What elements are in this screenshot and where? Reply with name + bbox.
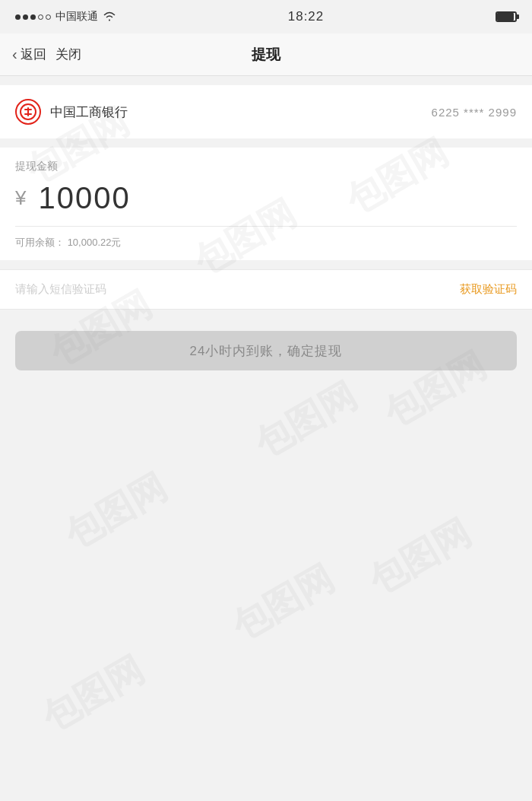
page-title: 提现 [252,45,280,65]
amount-label: 提现金额 [15,160,517,173]
carrier-label: 中国联通 [55,10,98,24]
signal-dot-5 [46,14,51,20]
status-right [496,11,517,22]
amount-input-row: ¥ 10000 [15,181,517,227]
battery-icon [496,11,517,22]
back-chevron-icon: ‹ [12,46,17,63]
nav-left: ‹ 返回 关闭 [12,46,81,63]
watermark-text-4: 包图网 [246,371,366,468]
confirm-withdraw-button[interactable]: 24小时内到账，确定提现 [15,331,517,370]
verification-input-placeholder[interactable]: 请输入短信验证码 [15,282,106,297]
verification-section: 请输入短信验证码 获取验证码 [0,269,532,310]
signal-dot-3 [30,14,36,20]
watermark-text-5: 包图网 [56,462,176,559]
amount-value[interactable]: 10000 [38,181,130,215]
svg-rect-3 [27,107,29,116]
signal-dot-1 [15,14,21,20]
signal-dot-4 [38,14,43,20]
status-left: 中国联通 [15,10,116,24]
signal-dots [15,14,51,20]
watermark-text-7: 包图网 [33,645,153,742]
balance-value: 10,000.22元 [68,237,122,248]
nav-bar: ‹ 返回 关闭 提现 [0,33,532,76]
back-button[interactable]: ‹ 返回 [12,46,46,63]
back-label[interactable]: 返回 [21,46,46,63]
confirm-section: 24小时内到账，确定提现 [0,316,532,386]
balance-row: 可用余额： 10,000.22元 [15,227,517,260]
balance-label: 可用余额： [15,237,65,248]
amount-section: 提现金额 ¥ 10000 可用余额： 10,000.22元 [0,148,532,260]
close-button[interactable]: 关闭 [55,46,81,63]
status-bar: 中国联通 18:22 [0,0,532,33]
bank-logo [15,99,41,125]
bank-card-section: 中国工商银行 6225 **** 2999 [0,85,532,138]
main-content: 中国工商银行 6225 **** 2999 提现金额 ¥ 10000 可用余额：… [0,76,532,386]
watermark-text-10: 包图网 [360,508,480,605]
bank-name: 中国工商银行 [50,103,128,121]
bank-left: 中国工商银行 [15,99,128,125]
battery-level [497,13,514,21]
status-time: 18:22 [288,9,325,24]
bank-card-number: 6225 **** 2999 [432,106,517,119]
get-verification-code-button[interactable]: 获取验证码 [460,282,517,297]
wifi-icon [103,11,116,24]
signal-dot-2 [23,14,28,20]
currency-symbol: ¥ [15,186,26,210]
watermark-text-6: 包图网 [223,554,343,650]
